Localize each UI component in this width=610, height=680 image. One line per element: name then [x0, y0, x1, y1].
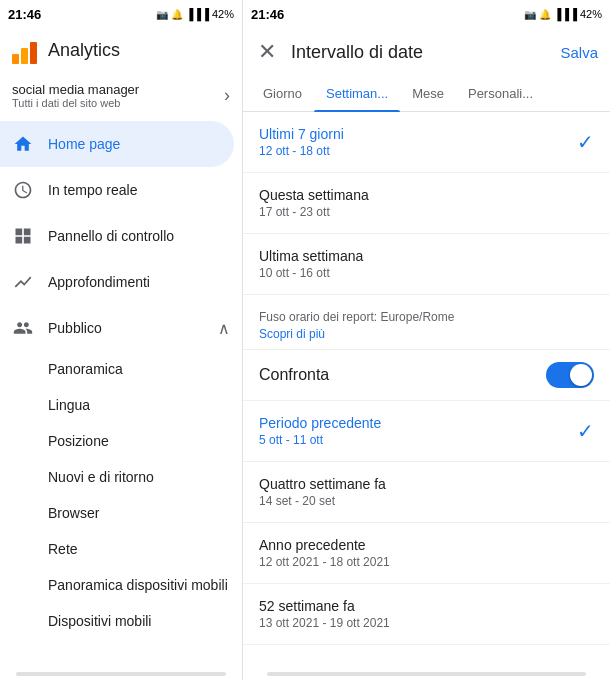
time-right: 21:46 — [251, 7, 284, 22]
sidebar-item-label-realtime: In tempo reale — [48, 182, 138, 198]
option-text-annoprec: Anno precedente 12 ott 2021 - 18 ott 202… — [259, 537, 390, 569]
sidebar-subitem-browser[interactable]: Browser — [0, 495, 242, 531]
sidebar-subitem-panoramica[interactable]: Panoramica — [0, 351, 242, 387]
dashboard-icon — [12, 225, 34, 247]
option-text-questasettimana: Questa settimana 17 ott - 23 ott — [259, 187, 369, 219]
tab-settimana[interactable]: Settiman... — [314, 76, 400, 111]
nav-list: Home page In tempo reale Pannello di con… — [0, 117, 242, 668]
option-sub-52settimane: 13 ott 2021 - 19 ott 2021 — [259, 616, 390, 630]
account-name: social media manager — [12, 82, 139, 97]
info-link[interactable]: Scopri di più — [259, 327, 594, 341]
battery-icon-right: 42% — [580, 8, 602, 20]
pubblico-icon — [12, 317, 34, 339]
subitem-label-panoramica-dispositivi: Panoramica dispositivi mobili — [48, 577, 228, 593]
wifi-icon: ▐▐▐ — [186, 8, 209, 20]
option-sub-quattrosettimane: 14 set - 20 set — [259, 494, 386, 508]
insights-icon — [12, 271, 34, 293]
option-label-questasettimana: Questa settimana — [259, 187, 369, 203]
notification-icon-right: 🔔 — [539, 9, 551, 20]
compare-label: Confronta — [259, 366, 329, 384]
sidebar-subitem-panoramica-dispositivi[interactable]: Panoramica dispositivi mobili — [0, 567, 242, 603]
option-text-periodoprec: Periodo precedente 5 ott - 11 ott — [259, 415, 381, 447]
option-sub-ultimasettimana: 10 ott - 16 ott — [259, 266, 363, 280]
compare-toggle[interactable] — [546, 362, 594, 388]
battery-icon: 42% — [212, 8, 234, 20]
status-icons-right: 📷 🔔 ▐▐▐ 42% — [524, 8, 602, 20]
modal-title: Intervallo di date — [291, 42, 423, 63]
option-label-ultimi7: Ultimi 7 giorni — [259, 126, 344, 142]
app-title: Analytics — [48, 40, 120, 61]
subitem-label-rete: Rete — [48, 541, 78, 557]
sidebar-item-pubblico[interactable]: Pubblico ∧ — [0, 305, 242, 351]
option-text-quattrosettimane: Quattro settimane fa 14 set - 20 set — [259, 476, 386, 508]
subitem-label-lingua: Lingua — [48, 397, 90, 413]
modal-header: ✕ Intervallo di date Salva — [243, 28, 610, 76]
home-icon — [12, 133, 34, 155]
compare-section: Confronta — [243, 350, 610, 401]
logo-bar1 — [12, 54, 19, 64]
status-bar-left: 21:46 📷 🔔 ▐▐▐ 42% — [0, 0, 242, 28]
option-ultimi7[interactable]: Ultimi 7 giorni 12 ott - 18 ott ✓ — [243, 112, 610, 173]
option-questasettimana[interactable]: Questa settimana 17 ott - 23 ott — [243, 173, 610, 234]
subitem-label-dispositivi: Dispositivi mobili — [48, 613, 151, 629]
info-section: Fuso orario dei report: Europe/Rome Scop… — [243, 295, 610, 350]
logo-bar2 — [21, 48, 28, 64]
sidebar-item-realtime[interactable]: In tempo reale — [0, 167, 242, 213]
tab-mese[interactable]: Mese — [400, 76, 456, 111]
sidebar-subitem-posizione[interactable]: Posizione — [0, 423, 242, 459]
sidebar-item-insights[interactable]: Approfondimenti — [0, 259, 242, 305]
check-icon-periodoprec: ✓ — [577, 419, 594, 443]
option-52settimane[interactable]: 52 settimane fa 13 ott 2021 - 19 ott 202… — [243, 584, 610, 645]
option-quattrosettimane[interactable]: Quattro settimane fa 14 set - 20 set — [243, 462, 610, 523]
tab-personali[interactable]: Personali... — [456, 76, 545, 111]
chevron-right-icon: › — [224, 85, 230, 106]
analytics-logo — [12, 36, 40, 64]
option-ultimasettimana[interactable]: Ultima settimana 10 ott - 16 ott — [243, 234, 610, 295]
sidebar-subitem-dispositivi[interactable]: Dispositivi mobili — [0, 603, 242, 639]
sidebar-item-dashboard[interactable]: Pannello di controllo — [0, 213, 242, 259]
scrollbar-left[interactable] — [16, 672, 226, 676]
account-sub: Tutti i dati del sito web — [12, 97, 139, 109]
tabs-row: Giorno Settiman... Mese Personali... — [243, 76, 610, 112]
option-sub-annoprec: 12 ott 2021 - 18 ott 2021 — [259, 555, 390, 569]
sidebar-item-label-home: Home page — [48, 136, 120, 152]
scrollbar-right[interactable] — [267, 672, 586, 676]
notification-icon: 🔔 — [171, 9, 183, 20]
sidebar-subitem-lingua[interactable]: Lingua — [0, 387, 242, 423]
account-info: social media manager Tutti i dati del si… — [12, 82, 139, 109]
left-panel: 21:46 📷 🔔 ▐▐▐ 42% Analytics social media… — [0, 0, 243, 680]
option-label-ultimasettimana: Ultima settimana — [259, 248, 363, 264]
camera-icon: 📷 — [156, 9, 168, 20]
options-list: Ultimi 7 giorni 12 ott - 18 ott ✓ Questa… — [243, 112, 610, 668]
right-panel: 21:46 📷 🔔 ▐▐▐ 42% ✕ Intervallo di date S… — [243, 0, 610, 680]
modal-header-left: ✕ Intervallo di date — [249, 34, 423, 70]
sidebar-subitem-rete[interactable]: Rete — [0, 531, 242, 567]
subitem-label-panoramica: Panoramica — [48, 361, 123, 377]
status-icons-left: 📷 🔔 ▐▐▐ 42% — [156, 8, 234, 20]
close-button[interactable]: ✕ — [249, 34, 285, 70]
option-sub-questasettimana: 17 ott - 23 ott — [259, 205, 369, 219]
sidebar-item-home[interactable]: Home page — [0, 121, 234, 167]
sidebar-item-label-pubblico: Pubblico — [48, 320, 102, 336]
sidebar-item-label-insights: Approfondimenti — [48, 274, 150, 290]
logo-bar3 — [30, 42, 37, 64]
option-text-ultimasettimana: Ultima settimana 10 ott - 16 ott — [259, 248, 363, 280]
option-label-annoprec: Anno precedente — [259, 537, 390, 553]
status-bar-right: 21:46 📷 🔔 ▐▐▐ 42% — [243, 0, 610, 28]
camera-icon-right: 📷 — [524, 9, 536, 20]
sidebar-subitem-nuovi[interactable]: Nuovi e di ritorno — [0, 459, 242, 495]
account-section[interactable]: social media manager Tutti i dati del si… — [0, 74, 242, 117]
option-periodoprec[interactable]: Periodo precedente 5 ott - 11 ott ✓ — [243, 401, 610, 462]
subitem-label-nuovi: Nuovi e di ritorno — [48, 469, 154, 485]
option-sub-periodoprec: 5 ott - 11 ott — [259, 433, 381, 447]
realtime-icon — [12, 179, 34, 201]
option-annoprec[interactable]: Anno precedente 12 ott 2021 - 18 ott 202… — [243, 523, 610, 584]
option-label-quattrosettimane: Quattro settimane fa — [259, 476, 386, 492]
app-header: Analytics — [0, 28, 242, 74]
save-button[interactable]: Salva — [560, 40, 598, 65]
wifi-icon-right: ▐▐▐ — [554, 8, 577, 20]
check-icon-ultimi7: ✓ — [577, 130, 594, 154]
sidebar-item-label-dashboard: Pannello di controllo — [48, 228, 174, 244]
info-text: Fuso orario dei report: Europe/Rome — [259, 310, 454, 324]
tab-giorno[interactable]: Giorno — [251, 76, 314, 111]
